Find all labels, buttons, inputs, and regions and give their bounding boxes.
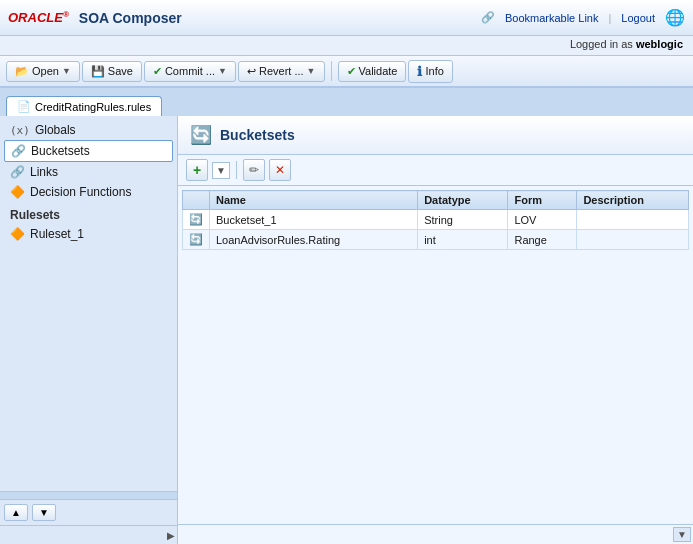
tab-label: CreditRatingRules.rules	[35, 101, 151, 113]
ruleset1-label: Ruleset_1	[30, 227, 84, 241]
commit-button[interactable]: ✔ Commit ... ▼	[144, 61, 236, 82]
sidebar-content: (x) Globals 🔗 Bucketsets 🔗 Links 🔶 Decis…	[0, 116, 177, 491]
delete-icon: ✕	[275, 163, 285, 177]
row1-datatype-cell: String	[418, 210, 508, 230]
nav-down-button[interactable]: ▼	[32, 504, 56, 521]
sidebar-resize-handle[interactable]	[0, 491, 177, 499]
sidebar-item-links[interactable]: 🔗 Links	[4, 162, 173, 182]
tab-file-icon: 📄	[17, 100, 31, 113]
row1-name-cell: Bucketset_1	[210, 210, 418, 230]
col-icon-header	[183, 191, 210, 210]
row2-bucket-icon: 🔄	[189, 233, 203, 245]
commit-icon: ✔	[153, 65, 162, 78]
row1-bucket-icon: 🔄	[189, 213, 203, 225]
globals-label: Globals	[35, 123, 76, 137]
save-label: Save	[108, 65, 133, 77]
credit-rules-tab[interactable]: 📄 CreditRatingRules.rules	[6, 96, 162, 116]
main-area: (x) Globals 🔗 Bucketsets 🔗 Links 🔶 Decis…	[0, 116, 693, 544]
add-dropdown-icon[interactable]: ▼	[212, 162, 230, 179]
globe-icon: 🌐	[665, 8, 685, 27]
panel-toolbar-sep	[236, 161, 237, 179]
decision-functions-icon: 🔶	[10, 185, 25, 199]
logged-in-label: Logged in as	[570, 38, 633, 50]
revert-icon: ↩	[247, 65, 256, 78]
info-icon: ℹ	[417, 64, 422, 79]
revert-label: Revert ...	[259, 65, 304, 77]
nav-up-button[interactable]: ▲	[4, 504, 28, 521]
delete-button[interactable]: ✕	[269, 159, 291, 181]
sidebar-item-globals[interactable]: (x) Globals	[4, 120, 173, 140]
toolbar: 📂 Open ▼ 💾 Save ✔ Commit ... ▼ ↩ Revert …	[0, 56, 693, 88]
bucketsets-icon: 🔗	[11, 144, 26, 158]
row2-form-cell: Range	[508, 230, 577, 250]
bucketsets-label: Bucketsets	[31, 144, 90, 158]
open-label: Open	[32, 65, 59, 77]
panel-title: Bucketsets	[220, 127, 295, 143]
row2-datatype-cell: int	[418, 230, 508, 250]
validate-icon: ✔	[347, 65, 356, 78]
row1-form-cell: LOV	[508, 210, 577, 230]
scroll-down-icon[interactable]: ▼	[673, 527, 691, 542]
table-container: Name Datatype Form Description 🔄 Buckets…	[178, 186, 693, 524]
revert-dropdown-icon: ▼	[307, 66, 316, 76]
col-name-header: Name	[210, 191, 418, 210]
toolbar-separator	[331, 61, 332, 81]
info-label: Info	[425, 65, 443, 77]
sidebar-scroll-area: ▶	[0, 525, 177, 544]
sidebar-footer: ▲ ▼	[0, 499, 177, 525]
header-links: 🔗 Bookmarkable Link | Logout 🌐	[481, 8, 685, 27]
row1-desc-cell	[577, 210, 689, 230]
app-title: SOA Composer	[79, 10, 182, 26]
panel-header: 🔄 Bucketsets	[178, 116, 693, 155]
scroll-indicator: ▼	[178, 524, 693, 544]
bucketsets-table: Name Datatype Form Description 🔄 Buckets…	[182, 190, 689, 250]
row2-name-cell: LoanAdvisorRules.Rating	[210, 230, 418, 250]
links-label: Links	[30, 165, 58, 179]
revert-button[interactable]: ↩ Revert ... ▼	[238, 61, 325, 82]
table-row[interactable]: 🔄 Bucketset_1 String LOV	[183, 210, 689, 230]
logged-in-bar: Logged in as weblogic	[0, 36, 693, 56]
tab-bar: 📄 CreditRatingRules.rules	[0, 88, 693, 116]
open-button[interactable]: 📂 Open ▼	[6, 61, 80, 82]
open-icon: 📂	[15, 65, 29, 78]
bookmarkable-link[interactable]: Bookmarkable Link	[505, 12, 599, 24]
commit-label: Commit ...	[165, 65, 215, 77]
table-row[interactable]: 🔄 LoanAdvisorRules.Rating int Range	[183, 230, 689, 250]
logout-link[interactable]: Logout	[621, 12, 655, 24]
sidebar-item-ruleset1[interactable]: 🔶 Ruleset_1	[4, 224, 173, 244]
chain-icon: 🔗	[481, 11, 495, 24]
right-panel: 🔄 Bucketsets + ▼ ✏ ✕ Name	[178, 116, 693, 544]
open-dropdown-icon: ▼	[62, 66, 71, 76]
commit-dropdown-icon: ▼	[218, 66, 227, 76]
edit-button[interactable]: ✏	[243, 159, 265, 181]
links-icon: 🔗	[10, 165, 25, 179]
add-button[interactable]: +	[186, 159, 208, 181]
validate-label: Validate	[359, 65, 398, 77]
edit-icon: ✏	[249, 163, 259, 177]
row2-icon-cell: 🔄	[183, 230, 210, 250]
row2-desc-cell	[577, 230, 689, 250]
col-form-header: Form	[508, 191, 577, 210]
col-description-header: Description	[577, 191, 689, 210]
logged-in-user: weblogic	[636, 38, 683, 50]
save-button[interactable]: 💾 Save	[82, 61, 142, 82]
bucketsets-panel-icon: 🔄	[190, 124, 212, 146]
save-icon: 💾	[91, 65, 105, 78]
globals-icon: (x)	[10, 124, 30, 137]
decision-functions-label: Decision Functions	[30, 185, 131, 199]
row1-icon-cell: 🔄	[183, 210, 210, 230]
app-header: ORACLE® SOA Composer 🔗 Bookmarkable Link…	[0, 0, 693, 36]
validate-button[interactable]: ✔ Validate	[338, 61, 407, 82]
col-datatype-header: Datatype	[418, 191, 508, 210]
info-button[interactable]: ℹ Info	[408, 60, 452, 83]
oracle-logo: ORACLE®	[8, 10, 69, 25]
sidebar-item-decision-functions[interactable]: 🔶 Decision Functions	[4, 182, 173, 202]
panel-toolbar: + ▼ ✏ ✕	[178, 155, 693, 186]
rulesets-section-label: Rulesets	[4, 202, 173, 224]
add-icon: +	[193, 162, 201, 178]
sidebar: (x) Globals 🔗 Bucketsets 🔗 Links 🔶 Decis…	[0, 116, 178, 544]
sidebar-item-bucketsets[interactable]: 🔗 Bucketsets	[4, 140, 173, 162]
ruleset1-icon: 🔶	[10, 227, 25, 241]
header-left: ORACLE® SOA Composer	[8, 10, 182, 26]
